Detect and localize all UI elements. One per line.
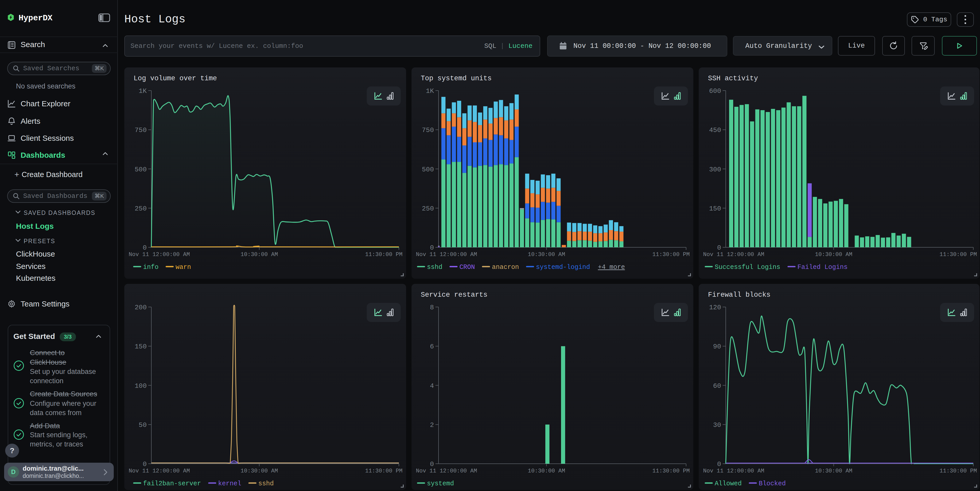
svg-text:6: 6 xyxy=(430,343,434,351)
svg-text:11:30:00 PM: 11:30:00 PM xyxy=(365,251,402,258)
svg-text:sshd: sshd xyxy=(427,264,442,271)
svg-text:100: 100 xyxy=(135,382,147,390)
svg-text:+4 more: +4 more xyxy=(598,264,625,271)
svg-text:0: 0 xyxy=(430,244,434,252)
svg-text:500: 500 xyxy=(422,166,434,173)
svg-text:Nov 11 12:00:00 AM: Nov 11 12:00:00 AM xyxy=(703,468,764,474)
svg-text:11:30:00 PM: 11:30:00 PM xyxy=(940,468,977,474)
svg-text:150: 150 xyxy=(135,343,147,351)
svg-text:2: 2 xyxy=(430,421,434,429)
svg-text:Nov 11 12:00:00 AM: Nov 11 12:00:00 AM xyxy=(129,468,190,474)
svg-text:750: 750 xyxy=(135,126,147,134)
svg-text:0: 0 xyxy=(430,460,434,468)
svg-text:11:30:00 PM: 11:30:00 PM xyxy=(940,251,977,258)
svg-text:kernel: kernel xyxy=(218,480,242,488)
svg-text:warn: warn xyxy=(175,264,191,271)
svg-text:11:30:00 PM: 11:30:00 PM xyxy=(652,251,690,258)
svg-text:1K: 1K xyxy=(426,87,434,95)
svg-text:Nov 11 12:00:00 AM: Nov 11 12:00:00 AM xyxy=(416,468,477,474)
svg-text:30: 30 xyxy=(713,421,721,429)
svg-text:systemd-logind: systemd-logind xyxy=(536,264,590,271)
svg-text:Nov 11 12:00:00 AM: Nov 11 12:00:00 AM xyxy=(416,251,477,258)
svg-text:anacron: anacron xyxy=(492,264,519,271)
svg-text:info: info xyxy=(143,264,159,271)
svg-text:300: 300 xyxy=(709,166,721,173)
svg-text:150: 150 xyxy=(709,205,721,213)
svg-text:systemd: systemd xyxy=(427,480,454,488)
svg-text:0: 0 xyxy=(717,460,721,468)
svg-text:200: 200 xyxy=(135,303,147,311)
svg-text:Successful Logins: Successful Logins xyxy=(715,264,780,271)
svg-text:Blocked: Blocked xyxy=(759,480,786,488)
svg-text:1K: 1K xyxy=(139,87,147,95)
svg-text:10:30:00 AM: 10:30:00 AM xyxy=(528,251,565,258)
svg-text:fail2ban-server: fail2ban-server xyxy=(143,480,201,488)
svg-text:Nov 11 12:00:00 AM: Nov 11 12:00:00 AM xyxy=(129,251,190,258)
svg-text:0: 0 xyxy=(143,460,147,468)
svg-text:250: 250 xyxy=(135,205,147,213)
svg-text:250: 250 xyxy=(422,205,434,213)
svg-text:Nov 11 12:00:00 AM: Nov 11 12:00:00 AM xyxy=(703,251,764,258)
svg-text:10:30:00 AM: 10:30:00 AM xyxy=(528,468,565,474)
svg-text:750: 750 xyxy=(422,126,434,134)
svg-text:Failed Logins: Failed Logins xyxy=(797,264,848,271)
svg-text:450: 450 xyxy=(709,126,721,134)
svg-text:0: 0 xyxy=(143,244,147,252)
svg-text:600: 600 xyxy=(709,87,721,95)
svg-text:4: 4 xyxy=(430,382,434,390)
svg-text:10:30:00 AM: 10:30:00 AM xyxy=(815,251,852,258)
svg-text:sshd: sshd xyxy=(258,480,274,488)
svg-text:500: 500 xyxy=(135,166,147,173)
svg-text:10:30:00 AM: 10:30:00 AM xyxy=(240,468,278,474)
svg-text:11:30:00 PM: 11:30:00 PM xyxy=(652,468,690,474)
svg-text:10:30:00 AM: 10:30:00 AM xyxy=(815,468,852,474)
svg-text:50: 50 xyxy=(139,421,147,429)
svg-text:120: 120 xyxy=(709,303,721,311)
svg-text:8: 8 xyxy=(430,303,434,311)
svg-text:10:30:00 AM: 10:30:00 AM xyxy=(240,251,278,258)
svg-text:0: 0 xyxy=(717,244,721,252)
svg-text:60: 60 xyxy=(713,382,721,390)
svg-text:CRON: CRON xyxy=(460,264,475,271)
svg-text:Allowed: Allowed xyxy=(715,480,742,488)
svg-text:11:30:00 PM: 11:30:00 PM xyxy=(365,468,402,474)
svg-text:90: 90 xyxy=(713,343,721,351)
